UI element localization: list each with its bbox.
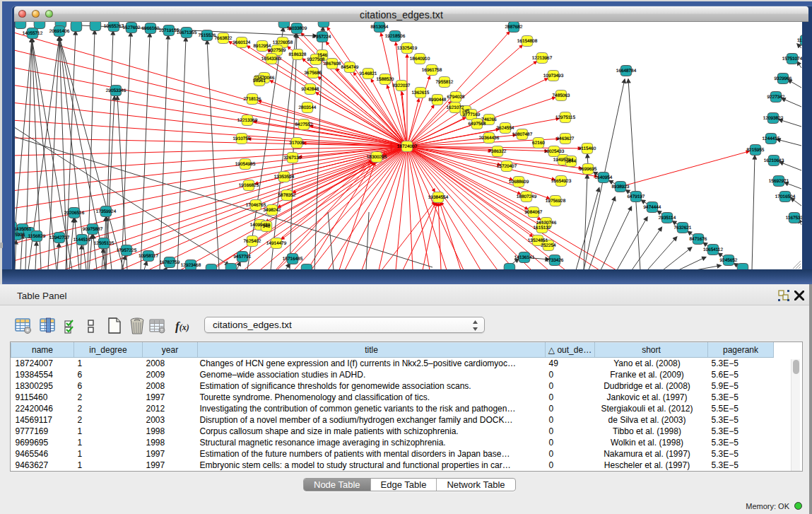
svg-text:19218506: 19218506 — [385, 34, 406, 39]
svg-text:8322037: 8322037 — [393, 83, 411, 88]
svg-text:13524851: 13524851 — [528, 238, 548, 243]
svg-text:62160: 62160 — [532, 141, 545, 146]
svg-text:2718126: 2718126 — [244, 97, 261, 102]
svg-text:7357224: 7357224 — [314, 35, 331, 40]
svg-text:9327509: 9327509 — [269, 48, 286, 53]
svg-text:10807487: 10807487 — [512, 132, 533, 137]
svg-text:12213967: 12213967 — [532, 56, 553, 61]
svg-text:6497568: 6497568 — [469, 122, 486, 127]
svg-text:1615132: 1615132 — [534, 226, 551, 230]
svg-text:9699695: 9699695 — [579, 167, 597, 172]
svg-text:10688609: 10688609 — [509, 180, 529, 185]
svg-text:10958117: 10958117 — [139, 254, 158, 259]
svg-text:19166825: 19166825 — [239, 183, 259, 188]
svg-text:10973493: 10973493 — [543, 74, 564, 78]
svg-text:19054985: 19054985 — [235, 162, 256, 167]
svg-text:12213369: 12213369 — [237, 118, 258, 123]
svg-text:1435061: 1435061 — [15, 227, 32, 232]
svg-text:19384554: 19384554 — [428, 195, 449, 200]
svg-text:7515526: 7515526 — [199, 33, 216, 38]
svg-text:18640910: 18640910 — [410, 57, 430, 62]
svg-text:6794028: 6794028 — [447, 95, 465, 100]
svg-text:6479197: 6479197 — [628, 194, 645, 199]
svg-text:1362615: 1362615 — [412, 90, 430, 95]
svg-text:17016504: 17016504 — [775, 194, 796, 199]
svg-text:90975887: 90975887 — [83, 227, 103, 232]
svg-text:17046765: 17046765 — [246, 203, 266, 208]
svg-text:9474444: 9474444 — [644, 205, 661, 210]
svg-text:2867608: 2867608 — [324, 62, 341, 66]
svg-text:18300295: 18300295 — [367, 155, 387, 160]
svg-text:13353594: 13353594 — [274, 175, 295, 180]
svg-text:13325419: 13325419 — [397, 46, 418, 51]
svg-text:1167533: 1167533 — [786, 216, 802, 221]
svg-text:14914479: 14914479 — [266, 241, 287, 246]
svg-text:7485063: 7485063 — [553, 93, 570, 98]
svg-text:12505135: 12505135 — [94, 241, 114, 246]
svg-text:1910755: 1910755 — [233, 136, 251, 141]
svg-text:7386322: 7386322 — [489, 149, 507, 154]
svg-text:1117195: 1117195 — [797, 38, 802, 43]
svg-text:16961758: 16961758 — [422, 68, 442, 73]
svg-text:17957225: 17957225 — [117, 248, 137, 253]
svg-text:10654112: 10654112 — [703, 247, 723, 252]
svg-text:317006: 317006 — [289, 141, 305, 146]
svg-text:17359924: 17359924 — [96, 209, 117, 214]
svg-text:940: 940 — [263, 224, 271, 229]
svg-text:1144519: 1144519 — [73, 238, 91, 243]
svg-text:15716485: 15716485 — [283, 257, 303, 262]
svg-text:15692971: 15692971 — [769, 179, 789, 184]
svg-text:1527602: 1527602 — [123, 25, 141, 30]
svg-text:9777169: 9777169 — [463, 112, 481, 117]
svg-text:1733426: 1733426 — [546, 258, 564, 263]
svg-text:1244415: 1244415 — [763, 136, 780, 141]
svg-text:252254: 252254 — [541, 243, 556, 248]
svg-text:3915926: 3915926 — [15, 233, 25, 238]
svg-text:8427552: 8427552 — [295, 122, 313, 127]
svg-text:2803144: 2803144 — [299, 105, 317, 110]
svg-text:29053346: 29053346 — [106, 88, 126, 93]
svg-text:9115460: 9115460 — [579, 146, 596, 151]
svg-text:12942737: 12942737 — [49, 235, 70, 240]
svg-text:9242848: 9242848 — [302, 87, 319, 92]
svg-text:9660124: 9660124 — [233, 40, 251, 45]
svg-text:15720407: 15720407 — [497, 164, 517, 169]
svg-text:9457791: 9457791 — [234, 255, 252, 259]
svg-text:16543362: 16543362 — [261, 57, 282, 62]
svg-text:1588520: 1588520 — [377, 77, 394, 82]
svg-text:16782759: 16782759 — [160, 260, 180, 265]
svg-text:16648784: 16648784 — [616, 69, 637, 74]
svg-text:10655267: 10655267 — [104, 24, 124, 29]
svg-text:8813054: 8813054 — [371, 25, 389, 30]
svg-text:15751074: 15751074 — [782, 57, 802, 62]
svg-text:8938923: 8938923 — [612, 185, 630, 189]
svg-text:10025433: 10025433 — [544, 149, 565, 154]
svg-text:9084067: 9084067 — [525, 210, 543, 215]
svg-text:16120746: 16120746 — [536, 221, 557, 226]
svg-text:14136141: 14136141 — [514, 255, 535, 260]
svg-text:13226058: 13226058 — [273, 40, 293, 45]
svg-text:2935114: 2935114 — [659, 216, 676, 221]
svg-text:1640954: 1640954 — [595, 175, 613, 180]
svg-text:16154808: 16154808 — [517, 39, 538, 44]
svg-text:8215955: 8215955 — [747, 148, 765, 153]
svg-text:3624554: 3624554 — [497, 126, 514, 131]
svg-text:3267130: 3267130 — [284, 156, 302, 160]
svg-text:12975115: 12975115 — [555, 115, 575, 120]
svg-text:12093822: 12093822 — [763, 116, 784, 121]
svg-text:9327508: 9327508 — [307, 57, 325, 62]
svg-text:1156829: 1156829 — [28, 234, 46, 239]
svg-text:20206516: 20206516 — [64, 211, 85, 216]
svg-text:16210643: 16210643 — [764, 158, 784, 163]
svg-text:98961: 98961 — [253, 78, 266, 83]
svg-text:8454749: 8454749 — [341, 65, 359, 70]
svg-text:6966160: 6966160 — [142, 26, 160, 31]
svg-text:9463627: 9463627 — [557, 136, 575, 141]
svg-text:5878352: 5878352 — [278, 193, 296, 198]
svg-text:3675685: 3675685 — [305, 71, 322, 76]
svg-text:20364436: 20364436 — [479, 136, 500, 141]
svg-text:14055712: 14055712 — [23, 31, 43, 36]
svg-text:16654923: 16654923 — [551, 179, 572, 184]
svg-text:9844: 9844 — [566, 159, 577, 164]
svg-text:20691406: 20691406 — [49, 29, 70, 34]
